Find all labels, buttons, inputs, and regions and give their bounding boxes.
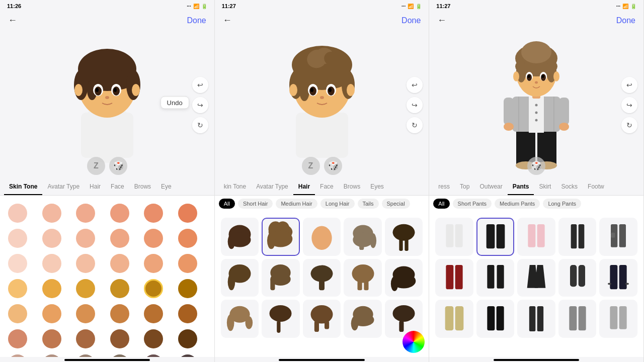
skin-color-dot-6[interactable] xyxy=(8,229,27,248)
pants-item-15[interactable] xyxy=(599,300,637,338)
cat-tab-avatar-type-1[interactable]: Avatar Type xyxy=(42,179,85,195)
dice-button-2[interactable]: 🎲 xyxy=(324,157,342,175)
sub-tab-special[interactable]: Special xyxy=(382,199,410,209)
sub-tab-short-pants[interactable]: Short Pants xyxy=(453,199,492,209)
skin-color-dot-36[interactable] xyxy=(8,354,27,357)
hair-item-6[interactable] xyxy=(221,259,259,297)
sub-tab-long-pants[interactable]: Long Pants xyxy=(543,199,581,209)
skin-color-dot-29[interactable] xyxy=(178,304,197,323)
done-button-3[interactable]: Done xyxy=(616,16,635,25)
skin-color-dot-27[interactable] xyxy=(110,304,129,323)
hair-item-5[interactable] xyxy=(385,218,423,256)
skin-color-dot-37[interactable] xyxy=(42,354,61,357)
sub-tab-all-pants[interactable]: All xyxy=(433,199,449,209)
cat-tab-eye-1[interactable]: Eye xyxy=(156,179,177,195)
dice-button-3[interactable]: 🎲 xyxy=(527,157,545,175)
pants-item-13[interactable] xyxy=(517,300,555,338)
reset-button-2[interactable]: ↻ xyxy=(407,117,423,133)
skin-color-dot-32[interactable] xyxy=(76,329,95,348)
skin-color-dot-12[interactable] xyxy=(8,254,27,273)
cat-tab-hair-2[interactable]: Hair xyxy=(293,179,315,195)
skin-color-dot-24[interactable] xyxy=(8,304,27,323)
cat-tab-face-2[interactable]: Face xyxy=(315,179,339,195)
pants-item-12[interactable] xyxy=(476,300,515,338)
cat-tab-brows-2[interactable]: Brows xyxy=(339,179,365,195)
skin-color-dot-3[interactable] xyxy=(110,204,129,223)
back-button-1[interactable]: ← xyxy=(8,15,17,26)
pants-item-6[interactable] xyxy=(435,259,473,297)
skin-color-dot-17[interactable] xyxy=(178,254,197,273)
hair-item-2[interactable] xyxy=(262,218,300,256)
skin-color-dot-38[interactable] xyxy=(76,354,95,357)
sub-tab-long-hair[interactable]: Long Hair xyxy=(320,199,355,209)
redo-button-3[interactable]: ↪ xyxy=(621,97,637,113)
skin-color-dot-20[interactable] xyxy=(76,279,95,298)
pants-item-11[interactable] xyxy=(435,300,473,338)
color-palette-icon[interactable] xyxy=(403,331,425,353)
back-button-2[interactable]: ← xyxy=(223,15,232,26)
skin-color-dot-7[interactable] xyxy=(42,229,61,248)
skin-color-dot-1[interactable] xyxy=(42,204,61,223)
pants-item-4[interactable] xyxy=(558,218,597,256)
skin-color-dot-23[interactable] xyxy=(178,279,197,298)
reset-button-3[interactable]: ↻ xyxy=(621,117,637,133)
hair-item-8[interactable] xyxy=(303,259,341,297)
undo-button-3[interactable]: ↩ xyxy=(621,77,637,93)
sub-tab-short-hair[interactable]: Short Hair xyxy=(238,199,273,209)
cat-tab-top[interactable]: Top xyxy=(455,179,474,195)
cat-tab-brows-1[interactable]: Brows xyxy=(129,179,156,195)
skin-color-dot-18[interactable] xyxy=(8,279,27,298)
skin-color-dot-2[interactable] xyxy=(76,204,95,223)
skin-color-dot-11[interactable] xyxy=(178,229,197,248)
redo-button-1[interactable]: ↪ xyxy=(192,97,208,113)
pants-item-2[interactable] xyxy=(476,218,515,256)
hair-item-3[interactable] xyxy=(303,218,341,256)
skin-color-dot-39[interactable] xyxy=(110,354,129,357)
sub-tab-tails[interactable]: Tails xyxy=(358,199,379,209)
pants-item-5[interactable] xyxy=(599,218,637,256)
cat-tab-hair-1[interactable]: Hair xyxy=(85,179,106,195)
skin-color-dot-15[interactable] xyxy=(110,254,129,273)
pants-item-7[interactable] xyxy=(476,259,515,297)
cat-tab-pants[interactable]: Pants xyxy=(508,179,534,195)
done-button-2[interactable]: Done xyxy=(401,16,421,25)
skin-color-dot-35[interactable] xyxy=(178,329,197,348)
dice-button-1[interactable]: 🎲 xyxy=(109,157,127,175)
skin-color-dot-21[interactable] xyxy=(110,279,129,298)
done-button-1[interactable]: Done xyxy=(187,16,206,25)
cat-tab-skirt[interactable]: Skirt xyxy=(534,179,556,195)
skin-color-dot-25[interactable] xyxy=(42,304,61,323)
pants-item-14[interactable] xyxy=(558,300,597,338)
cat-tab-dress[interactable]: ress xyxy=(433,179,455,195)
skin-color-dot-8[interactable] xyxy=(76,229,95,248)
skin-color-dot-16[interactable] xyxy=(144,254,163,273)
back-button-3[interactable]: ← xyxy=(437,15,446,26)
pants-item-8[interactable] xyxy=(517,259,555,297)
cat-tab-eyes-2[interactable]: Eyes xyxy=(365,179,389,195)
skin-color-dot-10[interactable] xyxy=(144,229,163,248)
hair-item-4[interactable] xyxy=(344,218,382,256)
skin-color-dot-19[interactable] xyxy=(42,279,61,298)
cat-tab-skin-2[interactable]: kin Tone xyxy=(219,179,251,195)
skin-color-dot-40[interactable] xyxy=(144,354,163,357)
pants-item-1[interactable] xyxy=(435,218,473,256)
skin-color-dot-5[interactable] xyxy=(178,204,197,223)
skin-color-dot-30[interactable] xyxy=(8,329,27,348)
cat-tab-socks[interactable]: Socks xyxy=(556,179,583,195)
undo-button-2[interactable]: ↩ xyxy=(407,77,423,93)
cat-tab-outwear[interactable]: Outwear xyxy=(474,179,507,195)
skin-color-dot-13[interactable] xyxy=(42,254,61,273)
pants-item-3[interactable] xyxy=(517,218,555,256)
pants-item-9[interactable] xyxy=(558,259,597,297)
skin-color-dot-14[interactable] xyxy=(76,254,95,273)
z-button-2[interactable]: Z xyxy=(302,157,320,175)
skin-color-dot-9[interactable] xyxy=(110,229,129,248)
undo-button-1[interactable]: ↩ xyxy=(192,77,208,93)
hair-item-13[interactable] xyxy=(303,300,341,338)
hair-item-7[interactable] xyxy=(262,259,300,297)
skin-color-dot-0[interactable] xyxy=(8,204,27,223)
hair-item-14[interactable] xyxy=(344,300,382,338)
skin-color-dot-26[interactable] xyxy=(76,304,95,323)
hair-item-1[interactable] xyxy=(221,218,259,256)
skin-color-dot-28[interactable] xyxy=(144,304,163,323)
